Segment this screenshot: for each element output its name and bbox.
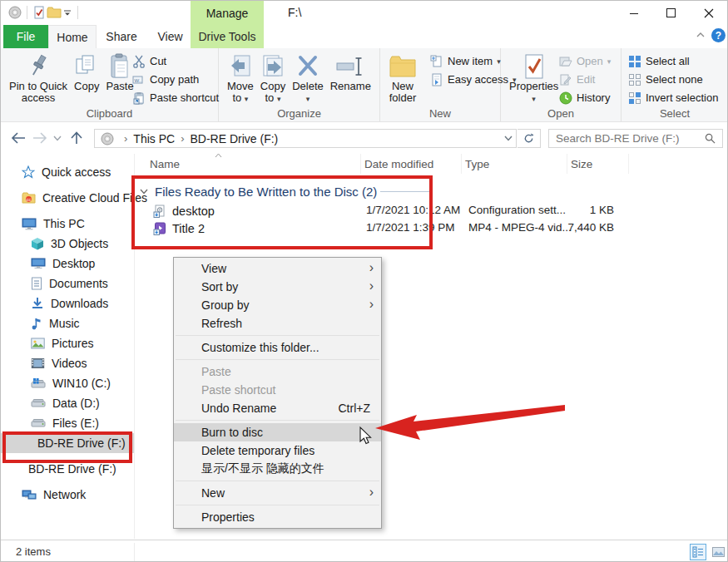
menu-item-undo-rename[interactable]: Undo RenameCtrl+Z <box>174 399 381 417</box>
tab-home[interactable]: Home <box>48 25 97 48</box>
menu-item-properties[interactable]: Properties <box>174 508 381 526</box>
copy-to-button[interactable]: Copyto ▾ <box>257 51 289 106</box>
menu-item-view[interactable]: View› <box>174 259 381 278</box>
move-to-button[interactable]: Moveto ▾ <box>224 51 257 106</box>
properties-check-icon[interactable] <box>32 5 47 20</box>
menu-item-显示-不显示-隐藏的文件[interactable]: 显示/不显示 隐藏的文件 <box>174 460 381 478</box>
sidebar-item-network[interactable]: Network <box>1 485 134 505</box>
open-button[interactable]: Open▾ <box>559 54 611 68</box>
address-dropdown-chevron-icon[interactable] <box>504 136 513 141</box>
tab-file[interactable]: File <box>3 25 48 48</box>
drive-win-icon <box>31 378 46 389</box>
menu-item-label: Properties <box>201 510 255 524</box>
new-folder-button[interactable]: Newfolder <box>385 51 420 106</box>
sidebar-item-pictures[interactable]: Pictures <box>1 333 134 353</box>
new-item-label: New item <box>448 55 493 67</box>
breadcrumb[interactable]: › This PC › BD-RE Drive (F:) <box>94 129 517 148</box>
column-header-name[interactable]: Name <box>146 154 361 174</box>
sidebar-item-files-e[interactable]: Files (E:) <box>1 413 134 433</box>
tab-view[interactable]: View <box>146 25 194 48</box>
chevron-down-icon[interactable] <box>62 5 73 20</box>
select-all-label: Select all <box>646 55 690 67</box>
file-group-header[interactable]: Files Ready to Be Written to the Disc (2… <box>135 181 377 201</box>
sidebar-item-music[interactable]: Music <box>1 313 134 333</box>
group-collapse-chevron-icon[interactable] <box>140 189 148 195</box>
search-input[interactable]: Search BD-RE Drive (F:) <box>548 129 723 148</box>
sidebar-item-videos[interactable]: Videos <box>1 353 134 373</box>
file-row-title-2[interactable]: Title 21/7/2021 1:39 PMMP4 - MPEG-4 vid.… <box>135 219 634 237</box>
maximize-button[interactable] <box>652 1 690 25</box>
sidebar-item-bd-re-drive-f[interactable]: BD-RE Drive (F:) <box>1 459 134 479</box>
select-none-button[interactable]: Select none <box>628 72 718 86</box>
menu-item-paste-shortcut[interactable]: Paste shortcut <box>174 381 381 399</box>
file-row-desktop[interactable]: desktop1/7/2021 10:12 AMConfiguration se… <box>135 202 634 219</box>
column-header-type[interactable]: Type <box>462 154 567 174</box>
breadcrumb-this-pc[interactable]: This PC <box>133 132 175 145</box>
up-button[interactable] <box>67 129 86 147</box>
help-button[interactable]: ? <box>711 28 726 42</box>
search-icon[interactable] <box>705 133 716 144</box>
sidebar-item-downloads[interactable]: Downloads <box>1 293 134 313</box>
menu-item-label: Paste <box>201 365 231 378</box>
sidebar-item-win10-c[interactable]: WIN10 (C:) <box>1 373 134 393</box>
manage-contextual-tab[interactable]: Manage <box>191 1 264 25</box>
sidebar-item-label: Downloads <box>51 297 108 310</box>
sidebar-item-creative-cloud-files[interactable]: ccCreative Cloud Files <box>1 188 134 208</box>
collapse-ribbon-chevron-icon[interactable] <box>695 29 710 44</box>
copy-path-button[interactable]: W..Copy path <box>132 72 219 86</box>
pin-to-quick-access-button[interactable]: Pin to Quickaccess <box>6 51 71 106</box>
thumbnail-view-button[interactable] <box>710 544 726 560</box>
invert-selection-button[interactable]: Invert selection <box>628 91 718 105</box>
delete-button[interactable]: Delete▾ <box>289 51 327 106</box>
this-pc-icon <box>22 218 37 230</box>
sidebar-item-label: Quick access <box>42 165 111 179</box>
menu-item-paste[interactable]: Paste <box>174 362 381 381</box>
pin-icon <box>26 53 51 80</box>
folder-icon[interactable] <box>47 5 62 20</box>
group-header-rule <box>380 191 432 192</box>
menu-item-sort-by[interactable]: Sort by› <box>174 278 381 296</box>
sidebar-item-documents[interactable]: Documents <box>1 274 134 293</box>
column-header-date[interactable]: Date modified <box>361 154 462 174</box>
sidebar-item-data-d[interactable]: Data (D:) <box>1 393 134 413</box>
cut-button[interactable]: Cut <box>132 54 219 68</box>
breadcrumb-drive[interactable]: BD-RE Drive (F:) <box>190 132 278 145</box>
history-label: History <box>577 91 610 104</box>
sidebar-item-desktop[interactable]: Desktop <box>1 254 134 274</box>
refresh-button[interactable] <box>518 129 541 148</box>
sidebar-item-label: This PC <box>43 217 85 230</box>
sidebar-item-quick-access[interactable]: Quick access <box>1 162 134 182</box>
sidebar-item-bd-re-drive-f[interactable]: BD-RE Drive (F:) <box>1 433 134 453</box>
file-date-cell: 1/7/2021 10:12 AM <box>366 204 460 216</box>
properties-button[interactable]: Properties▾ <box>506 51 562 106</box>
sidebar-item-3d-objects[interactable]: 3D Objects <box>1 234 134 254</box>
edit-button[interactable]: Edit <box>559 72 611 86</box>
edit-icon <box>559 73 572 86</box>
menu-item-delete-temporary-files[interactable]: Delete temporary files <box>174 441 381 460</box>
history-button[interactable]: History <box>559 91 611 105</box>
rename-button[interactable]: Rename <box>327 51 374 94</box>
sidebar-item-label: Files (E:) <box>52 417 99 430</box>
menu-item-group-by[interactable]: Group by› <box>174 296 381 314</box>
menu-item-label: New <box>201 486 225 500</box>
menu-item-customize-this-folder[interactable]: Customize this folder... <box>174 338 381 357</box>
recent-locations-chevron-icon[interactable] <box>51 129 64 147</box>
paste-shortcut-button[interactable]: Paste shortcut <box>132 91 219 105</box>
select-all-button[interactable]: Select all <box>628 54 718 68</box>
back-button[interactable] <box>9 129 27 147</box>
submenu-chevron-icon: › <box>369 260 374 275</box>
menu-item-refresh[interactable]: Refresh <box>174 314 381 333</box>
column-header-size[interactable]: Size <box>567 154 629 174</box>
close-button[interactable] <box>690 1 727 25</box>
music-icon <box>31 317 42 330</box>
sidebar-item-this-pc[interactable]: This PC <box>1 214 134 234</box>
details-view-button[interactable] <box>690 544 706 560</box>
menu-item-new[interactable]: New› <box>174 484 381 502</box>
copy-button[interactable]: Copy <box>71 51 102 94</box>
tab-drive-tools[interactable]: Drive Tools <box>191 25 264 48</box>
tab-share[interactable]: Share <box>97 25 146 48</box>
sidebar-item-label: Music <box>49 317 80 330</box>
minimize-button[interactable] <box>615 1 652 25</box>
forward-button[interactable] <box>31 129 49 147</box>
menu-item-burn-to-disc[interactable]: Burn to disc <box>174 423 381 441</box>
